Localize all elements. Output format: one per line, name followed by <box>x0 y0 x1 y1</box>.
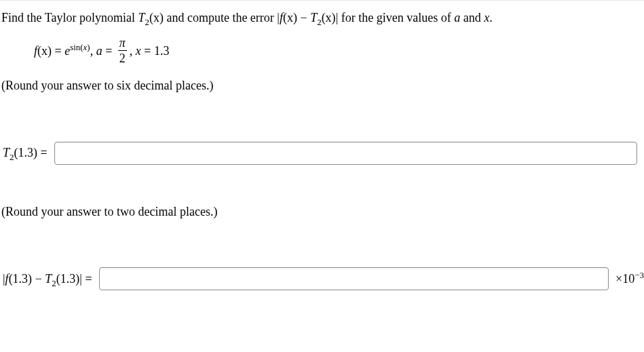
text: ×10 <box>615 272 634 286</box>
minus: − <box>297 11 310 24</box>
sym-T: T <box>138 11 145 24</box>
arg: (x) <box>149 11 164 24</box>
text: , <box>90 44 96 58</box>
answer-input-2[interactable] <box>99 267 609 290</box>
function-definition: f(x) = esin(x), a = π2, x = 1.3 <box>1 38 644 66</box>
sym-T: T <box>3 146 10 159</box>
text: | = <box>79 272 92 286</box>
sym-a: a <box>96 44 102 58</box>
exponent: −3 <box>634 270 644 280</box>
value: 1.3 <box>154 44 170 58</box>
fraction: π2 <box>118 37 127 64</box>
text: and compute the error | <box>164 11 280 24</box>
sym-a: a <box>454 11 460 24</box>
numerator: π <box>118 37 127 51</box>
text: | for the given values of <box>336 11 455 24</box>
text: (1.3) <box>56 272 80 286</box>
answer-input-1[interactable] <box>54 142 637 165</box>
answer-label-1: T2(1.3) = <box>3 146 48 160</box>
exponent: sin(x) <box>70 42 90 52</box>
answer-label-2: |f(1.3) − T2(1.3)| = <box>3 272 92 286</box>
text: . <box>489 11 493 24</box>
sym-e: e <box>64 44 70 58</box>
text: (1.3) <box>9 272 33 286</box>
text: = <box>102 44 115 58</box>
minus: − <box>32 272 45 286</box>
question-prompt: Find the Taylor polynomial T2(x) and com… <box>1 10 644 26</box>
sym-T: T <box>45 272 52 286</box>
sym-T: T <box>310 11 317 24</box>
round-instruction-2: (Round your answer to two decimal places… <box>1 204 644 220</box>
text: , <box>130 44 136 58</box>
text: (1.3) = <box>14 146 48 159</box>
answer-row-2: |f(1.3) − T2(1.3)| = ×10−3 <box>3 267 644 290</box>
answer-row-1: T2(1.3) = <box>3 142 644 165</box>
text: Find the Taylor polynomial <box>1 11 138 24</box>
text: sin( <box>70 42 83 52</box>
question-container: { "prompt": { "line1_pre": "Find the Tay… <box>0 0 644 352</box>
text: (x) = <box>37 44 64 58</box>
sym-x: x <box>136 44 141 58</box>
text: = <box>141 44 154 58</box>
text: and <box>460 11 484 24</box>
arg: (x) <box>322 11 336 24</box>
sym-x: x <box>484 11 489 24</box>
denominator: 2 <box>118 51 127 64</box>
round-instruction-1: (Round your answer to six decimal places… <box>1 78 644 94</box>
arg: (x) <box>283 11 297 24</box>
unit-label: ×10−3 <box>615 272 644 286</box>
